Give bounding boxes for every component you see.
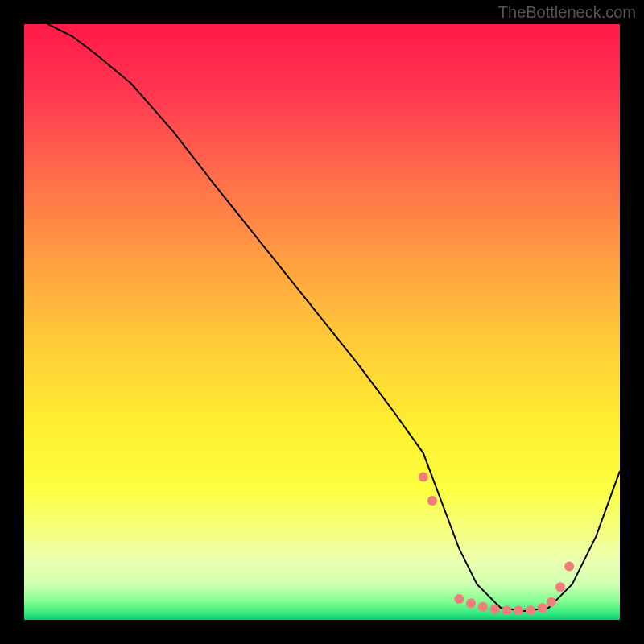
bottleneck-marker [555,582,565,592]
bottleneck-marker [547,597,556,607]
bottleneck-marker [478,602,488,612]
chart-svg [24,24,620,620]
watermark-label: TheBottleneck.com [498,3,636,22]
bottleneck-marker [514,605,523,615]
bottleneck-marker [466,598,476,608]
gradient-background [24,24,620,620]
bottleneck-marker [564,561,574,571]
bottleneck-marker [427,496,437,506]
bottleneck-marker [502,605,511,615]
bottleneck-marker [490,605,500,614]
bottleneck-marker [454,594,464,604]
chart-plot-area [24,24,620,620]
bottleneck-marker [538,603,547,613]
bottleneck-marker [419,472,428,481]
bottleneck-marker [526,605,535,615]
